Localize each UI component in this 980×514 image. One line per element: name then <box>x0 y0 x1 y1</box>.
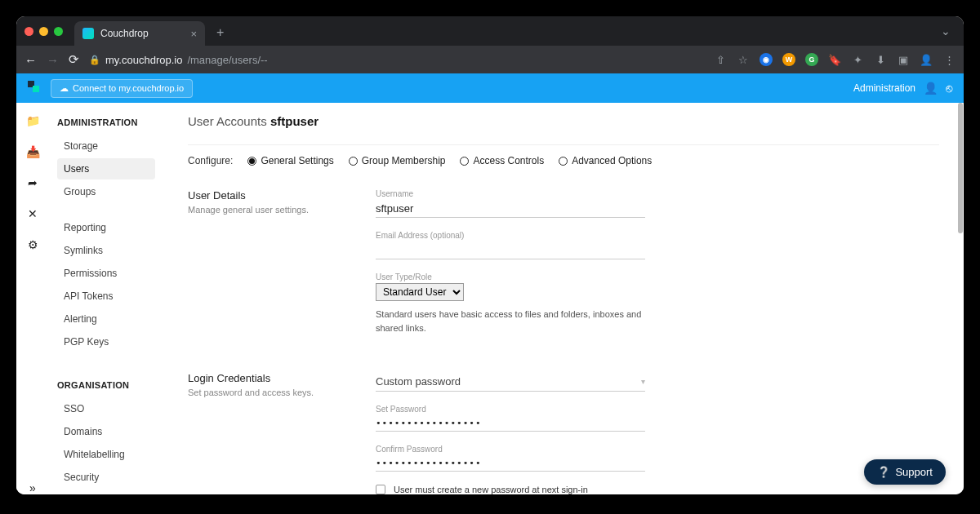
scrollbar[interactable] <box>957 103 964 494</box>
sidebar-item-alerting[interactable]: Alerting <box>57 308 155 330</box>
rail-shuffle-icon[interactable]: ✕ <box>28 207 38 220</box>
sidebar-item-symlinks[interactable]: Symlinks <box>57 240 155 261</box>
force-new-password-label: User must create a new password at next … <box>394 485 588 494</box>
checkbox-icon[interactable] <box>376 485 385 494</box>
star-icon[interactable]: ☆ <box>737 53 750 66</box>
tab-general-settings[interactable]: General Settings <box>247 155 333 166</box>
logout-icon[interactable]: ⎋ <box>946 82 952 95</box>
set-password-input[interactable]: ••••••••••••••••• <box>376 415 645 432</box>
app-logo-icon[interactable] <box>28 81 42 95</box>
sidebar-item-groups[interactable]: Groups <box>57 181 155 202</box>
address-bar: ← → ⟳ 🔒 my.couchdrop.io/manage/users/-- … <box>16 46 964 73</box>
login-title: Login Credentials <box>188 372 351 384</box>
page-title: User Accounts sftpuser <box>188 114 939 128</box>
role-help-text: Standard users have basic access to file… <box>376 308 645 335</box>
confirm-password-label: Confirm Password <box>376 445 645 454</box>
page-title-user: sftpuser <box>270 114 318 128</box>
force-new-password-row[interactable]: User must create a new password at next … <box>376 485 645 494</box>
cloud-icon: ☁ <box>60 83 69 94</box>
support-label: Support <box>895 466 933 478</box>
sidebar-item-storage[interactable]: Storage <box>57 135 155 157</box>
new-tab-button[interactable]: + <box>216 25 224 40</box>
chevron-down-icon: ▾ <box>641 377 645 386</box>
sidebar-item-whitelabelling[interactable]: Whitelabelling <box>57 444 155 465</box>
sidebar-item-users[interactable]: Users <box>57 158 155 179</box>
titlebar: Couchdrop × + ⌄ <box>16 16 964 46</box>
password-mode-value: Custom password <box>376 375 461 388</box>
sidebar-heading-administration: ADMINISTRATION <box>57 117 155 127</box>
extensions-puzzle-icon[interactable]: ✦ <box>851 53 864 66</box>
email-input[interactable] <box>376 241 645 259</box>
lock-icon: 🔒 <box>89 55 100 65</box>
radio-icon <box>460 157 469 166</box>
menu-dots-icon[interactable]: ⋮ <box>942 53 956 66</box>
sidebar-item-sso[interactable]: SSO <box>57 398 155 419</box>
user-details-desc: Manage general user settings. <box>188 205 351 215</box>
radio-selected-icon <box>247 157 256 166</box>
divider <box>188 144 939 145</box>
sidebar-item-domains[interactable]: Domains <box>57 421 155 442</box>
share-icon[interactable]: ⇧ <box>714 53 727 66</box>
username-label: Username <box>376 189 645 198</box>
sidebar-item-billing[interactable]: Billing <box>57 490 155 494</box>
reload-button[interactable]: ⟳ <box>69 52 79 67</box>
section-login-credentials: Login Credentials Set password and acces… <box>188 372 939 494</box>
rail-inbox-icon[interactable]: 📥 <box>26 145 40 158</box>
browser-window: Couchdrop × + ⌄ ← → ⟳ 🔒 my.couchdrop.io/… <box>16 16 964 494</box>
download-icon[interactable]: ⬇ <box>874 53 887 66</box>
configure-tabs: Configure: General Settings Group Member… <box>188 155 939 166</box>
tab-group-membership[interactable]: Group Membership <box>349 155 446 166</box>
tab-favicon-icon <box>82 28 94 39</box>
url-path: /manage/users/-- <box>187 54 267 66</box>
url-host: my.couchdrop.io <box>105 54 182 66</box>
close-window-icon[interactable] <box>24 27 33 36</box>
main-content: User Accounts sftpuser Configure: Genera… <box>163 103 964 494</box>
extension-icons: ⇧ ☆ ◉ W G 🔖 ✦ ⬇ ▣ 👤 ⋮ <box>714 53 956 66</box>
administration-link[interactable]: Administration <box>853 82 915 94</box>
minimize-window-icon[interactable] <box>39 27 48 36</box>
sidebar-item-security[interactable]: Security <box>57 467 155 488</box>
tab-advanced-options[interactable]: Advanced Options <box>559 155 652 166</box>
sidebar-item-pgp-keys[interactable]: PGP Keys <box>57 331 155 352</box>
tab-close-icon[interactable]: × <box>190 28 197 40</box>
icon-rail: 📁 📥 ➦ ✕ ⚙ » <box>16 103 49 494</box>
tab-access-controls[interactable]: Access Controls <box>460 155 544 166</box>
rail-share-icon[interactable]: ➦ <box>28 176 38 189</box>
extension-2-icon[interactable]: W <box>782 53 795 66</box>
traffic-lights <box>24 27 63 36</box>
rail-robot-icon[interactable]: ⚙ <box>28 238 38 251</box>
sidebar-item-reporting[interactable]: Reporting <box>57 217 155 238</box>
rail-expand-icon[interactable]: » <box>29 481 36 494</box>
username-input[interactable] <box>376 200 645 218</box>
role-select[interactable]: Standard User <box>376 283 464 301</box>
profile-icon[interactable]: 👤 <box>920 53 933 66</box>
rail-folder-icon[interactable]: 📁 <box>26 114 40 127</box>
radio-icon <box>559 157 568 166</box>
window-menu-chevron-icon[interactable]: ⌄ <box>941 24 951 38</box>
maximize-window-icon[interactable] <box>54 27 63 36</box>
user-icon[interactable]: 👤 <box>924 82 938 95</box>
support-button[interactable]: ❔ Support <box>864 459 946 485</box>
connect-button[interactable]: ☁ Connect to my.couchdrop.io <box>51 79 193 98</box>
bookmark-tag-icon[interactable]: 🔖 <box>828 53 841 66</box>
app-header: ☁ Connect to my.couchdrop.io Administrat… <box>16 73 964 103</box>
back-button[interactable]: ← <box>24 53 37 67</box>
connect-label: Connect to my.couchdrop.io <box>73 83 184 93</box>
configure-label: Configure: <box>188 155 233 166</box>
url-field[interactable]: 🔒 my.couchdrop.io/manage/users/-- <box>89 54 268 66</box>
scrollbar-thumb[interactable] <box>958 103 963 233</box>
set-password-label: Set Password <box>376 405 645 414</box>
role-label: User Type/Role <box>376 273 645 281</box>
panel-icon[interactable]: ▣ <box>897 53 910 66</box>
radio-icon <box>349 157 358 166</box>
password-mode-dropdown[interactable]: Custom password ▾ <box>376 372 645 392</box>
help-icon: ❔ <box>877 466 890 478</box>
extension-1-icon[interactable]: ◉ <box>760 53 773 66</box>
sidebar-item-api-tokens[interactable]: API Tokens <box>57 286 155 307</box>
sidebar-item-permissions[interactable]: Permissions <box>57 263 155 284</box>
forward-button[interactable]: → <box>47 53 59 67</box>
extension-3-icon[interactable]: G <box>805 53 818 66</box>
browser-tab[interactable]: Couchdrop × <box>74 21 205 46</box>
user-details-title: User Details <box>188 189 351 202</box>
confirm-password-input[interactable]: ••••••••••••••••• <box>376 455 645 472</box>
